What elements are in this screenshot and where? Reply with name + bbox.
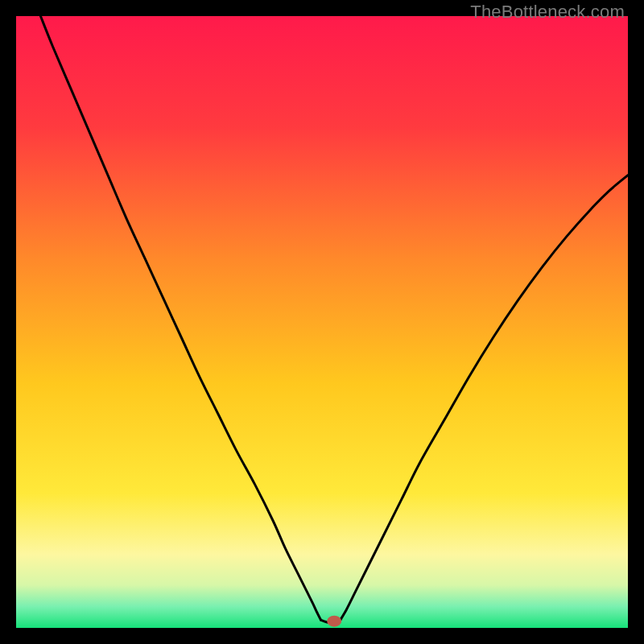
bottleneck-chart	[16, 16, 628, 628]
watermark-text: TheBottleneck.com	[470, 2, 625, 23]
chart-frame	[16, 16, 628, 628]
optimum-marker	[327, 616, 341, 627]
chart-background	[16, 16, 628, 628]
